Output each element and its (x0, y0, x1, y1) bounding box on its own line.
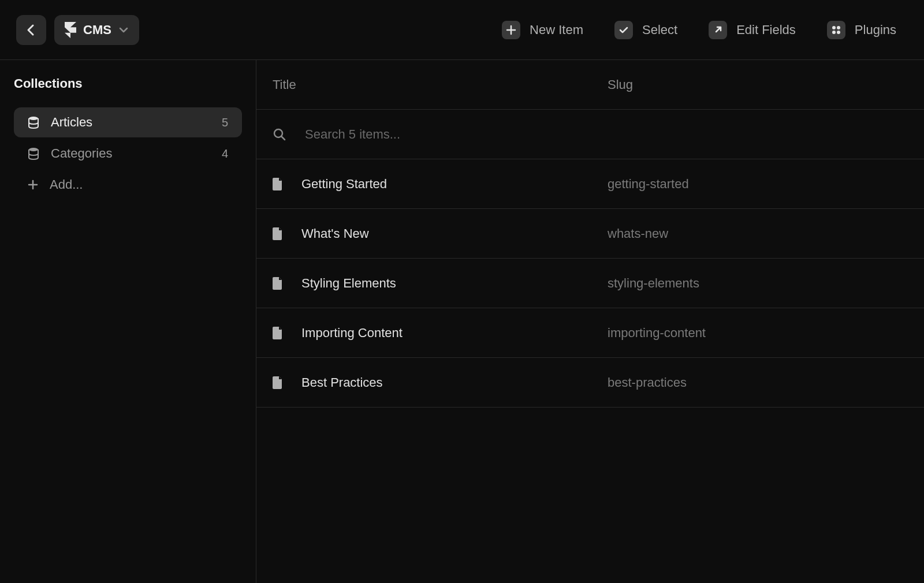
add-label: Add... (50, 177, 83, 192)
item-row[interactable]: Importing Content importing-content (256, 308, 924, 358)
collection-item-categories[interactable]: Categories 4 (14, 139, 242, 169)
select-label: Select (642, 23, 677, 38)
svg-point-1 (837, 26, 840, 29)
chevron-left-icon (27, 23, 36, 37)
add-collection-button[interactable]: Add... (14, 170, 242, 200)
item-title: Getting Started (301, 177, 608, 192)
plus-icon (28, 180, 38, 190)
item-row[interactable]: What's New whats-new (256, 209, 924, 259)
page-icon (273, 178, 283, 190)
column-slug[interactable]: Slug (608, 77, 633, 92)
framer-logo-icon (65, 22, 76, 38)
page-icon (273, 227, 283, 240)
new-item-label: New Item (530, 23, 583, 38)
svg-point-3 (837, 31, 840, 34)
collections-heading: Collections (14, 76, 242, 91)
search-icon (273, 128, 286, 141)
plugins-icon (827, 21, 845, 39)
collection-count: 5 (222, 116, 228, 129)
page-icon (273, 376, 283, 389)
edit-fields-button[interactable]: Edit Fields (697, 21, 807, 39)
sidebar: Collections Articles 5 (0, 60, 256, 583)
cms-selector[interactable]: CMS (54, 15, 139, 45)
svg-point-5 (29, 148, 38, 151)
search-row (256, 110, 924, 159)
columns-header: Title Slug (256, 60, 924, 110)
item-slug: styling-elements (608, 276, 699, 291)
page-icon (273, 277, 283, 290)
chevron-down-icon (118, 27, 129, 33)
select-button[interactable]: Select (603, 21, 689, 39)
back-button[interactable] (16, 15, 46, 45)
item-slug: getting-started (608, 177, 689, 192)
plus-icon (502, 21, 520, 39)
svg-point-0 (832, 26, 836, 29)
item-title: Importing Content (301, 326, 608, 341)
plugins-label: Plugins (855, 23, 896, 38)
page-icon (273, 327, 283, 339)
item-row[interactable]: Best Practices best-practices (256, 358, 924, 408)
item-slug: importing-content (608, 326, 706, 341)
plugins-button[interactable]: Plugins (815, 21, 908, 39)
collection-count: 4 (222, 147, 228, 160)
item-slug: best-practices (608, 375, 687, 390)
arrow-out-icon (709, 21, 727, 39)
collection-label: Categories (51, 146, 210, 161)
main-content: Title Slug Ge (256, 60, 924, 583)
item-title: Best Practices (301, 375, 608, 390)
edit-fields-label: Edit Fields (736, 23, 796, 38)
database-icon (28, 147, 39, 160)
item-row[interactable]: Styling Elements styling-elements (256, 259, 924, 308)
svg-point-2 (832, 31, 836, 34)
collection-label: Articles (51, 115, 210, 130)
check-icon (614, 21, 633, 39)
search-input[interactable] (305, 127, 908, 142)
item-title: Styling Elements (301, 276, 608, 291)
new-item-button[interactable]: New Item (490, 21, 595, 39)
database-icon (28, 116, 39, 129)
collection-item-articles[interactable]: Articles 5 (14, 107, 242, 137)
item-row[interactable]: Getting Started getting-started (256, 159, 924, 209)
toolbar: CMS New Item Select (0, 0, 924, 60)
column-title[interactable]: Title (273, 77, 608, 92)
cms-label: CMS (83, 23, 111, 38)
item-slug: whats-new (608, 226, 668, 241)
item-title: What's New (301, 226, 608, 241)
svg-point-4 (29, 117, 38, 120)
